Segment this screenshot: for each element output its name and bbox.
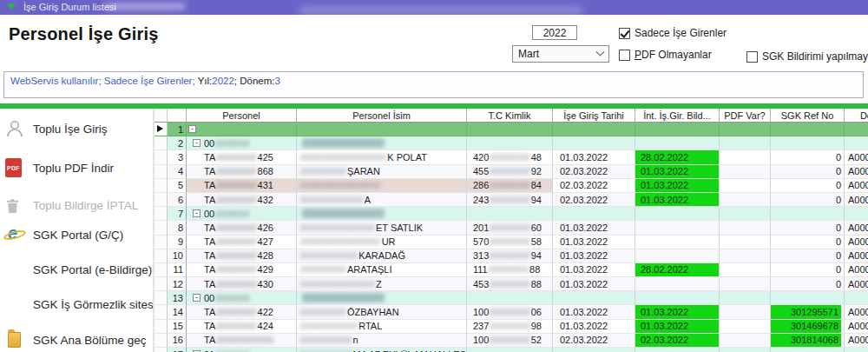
cell-personel[interactable]: TA#######430 xyxy=(187,277,297,291)
cell-pdf-var[interactable] xyxy=(720,179,771,193)
expand-box-icon[interactable]: - xyxy=(193,139,201,147)
cell-ise-giris-tarihi[interactable] xyxy=(553,123,635,136)
cell-personel[interactable]: TA#######432 xyxy=(187,193,297,207)
cell-dep[interactable]: A000 xyxy=(845,236,868,249)
cell-ise-giris-tarihi[interactable]: 01.03.2022 xyxy=(553,236,635,249)
cell-sgk-ref-no[interactable]: 0 xyxy=(771,221,845,235)
row-number[interactable]: 11 xyxy=(168,263,187,277)
cell-dep[interactable]: A000 xyxy=(845,179,868,193)
cell-personel-isim[interactable]: ########ÖZBAYHAN xyxy=(297,305,467,319)
cell-int-is-gir-bildirge[interactable] xyxy=(635,221,720,235)
cell-ise-giris-tarihi[interactable]: 01.03.2022 xyxy=(553,305,635,319)
cell-tc-kimlik[interactable]: 201#######60 xyxy=(467,221,553,235)
cell-tc-kimlik[interactable]: 420#######48 xyxy=(467,150,553,164)
cell-ise-giris-tarihi[interactable]: 02.03.2022 xyxy=(553,193,635,207)
cell-ise-giris-tarihi[interactable]: 01.03.2022 xyxy=(553,277,635,291)
cell-personel-isim[interactable]: ##########KARADAĞ xyxy=(297,249,467,263)
cell-pdf-var[interactable] xyxy=(720,277,771,291)
cell-int-is-gir-bildirge[interactable] xyxy=(635,291,720,305)
row-number[interactable]: 14 xyxy=(168,305,187,319)
row-number[interactable]: 6 xyxy=(168,193,187,207)
checkbox-icon[interactable] xyxy=(619,50,630,61)
sidebar-item-sgk-ana-bolume-gec[interactable]: SGK Ana Bölüme geç xyxy=(5,328,147,352)
cell-pdf-var[interactable] xyxy=(720,320,771,334)
checkbox-sgk-bildirimi[interactable]: SGK Bildirimi yapılmayanl xyxy=(746,50,868,63)
cell-ise-giris-tarihi[interactable] xyxy=(553,136,635,150)
cell-personel[interactable]: TA#######429 xyxy=(187,263,297,277)
cell-int-is-gir-bildirge[interactable]: 01.03.2022 xyxy=(635,179,720,193)
cell-ise-giris-tarihi[interactable]: 01.03.2022 xyxy=(553,263,635,277)
sidebar-item-sgk-portal-gc[interactable]: eSGK Portal (G/Ç) xyxy=(5,222,123,247)
cell-personel[interactable]: -00###### xyxy=(187,207,297,221)
grid-row-8[interactable]: 8TA#######426#############ET SATLIK201##… xyxy=(155,221,868,235)
row-number[interactable]: 16 xyxy=(168,334,187,348)
cell-sgk-ref-no[interactable]: 0 xyxy=(771,150,845,164)
cell-tc-kimlik[interactable]: 453#######88 xyxy=(467,277,553,291)
cell-tc-kimlik[interactable]: 286#######84 xyxy=(467,179,553,193)
header-isim[interactable]: Personel İsim xyxy=(297,109,467,123)
row-number[interactable]: 5 xyxy=(168,179,187,193)
cell-pdf-var[interactable] xyxy=(720,263,771,277)
cell-pdf-var[interactable] xyxy=(720,123,771,136)
cell-pdf-var[interactable] xyxy=(720,236,771,249)
row-number[interactable]: 1 xyxy=(168,123,187,136)
row-number[interactable]: 17 xyxy=(168,348,187,352)
cell-int-is-gir-bildirge[interactable]: 01.03.2022 xyxy=(635,305,720,319)
row-number[interactable]: 4 xyxy=(168,165,187,179)
cell-personel-isim[interactable]: #########n xyxy=(297,334,467,348)
grid-row-13[interactable]: 13-00###### xyxy=(155,291,868,305)
cell-int-is-gir-bildirge[interactable]: 01.03.2022 xyxy=(635,193,720,207)
cell-dep[interactable]: A000 xyxy=(845,334,868,348)
cell-pdf-var[interactable] xyxy=(720,348,771,352)
cell-dep[interactable] xyxy=(845,291,868,305)
cell-ise-giris-tarihi[interactable]: 02.03.2022 xyxy=(553,179,635,193)
cell-tc-kimlik[interactable]: 243#######94 xyxy=(467,193,553,207)
cell-sgk-ref-no[interactable] xyxy=(771,207,845,221)
cell-pdf-var[interactable] xyxy=(720,249,771,263)
cell-dep[interactable]: A000 xyxy=(845,165,868,179)
cell-personel[interactable]: -00###### xyxy=(187,136,297,150)
grid-row-1[interactable]: 1- xyxy=(155,123,868,136)
row-number[interactable]: 9 xyxy=(168,236,187,249)
checkbox-pdf-olmayanlar[interactable]: PDF Olmayanlar xyxy=(619,49,712,61)
cell-pdf-var[interactable] xyxy=(720,207,771,221)
cell-int-is-gir-bildirge[interactable] xyxy=(635,123,720,136)
cell-dep[interactable]: A000 xyxy=(845,277,868,291)
cell-ise-giris-tarihi[interactable]: 01.03.2022 xyxy=(553,249,635,263)
cell-personel-isim[interactable]: ###########A xyxy=(297,193,467,207)
cell-dep[interactable] xyxy=(845,136,868,150)
row-number[interactable]: 3 xyxy=(168,150,187,164)
cell-dep[interactable]: A000 xyxy=(845,193,868,207)
cell-sgk-ref-no[interactable]: 0 xyxy=(771,179,845,193)
cell-personel-isim[interactable] xyxy=(297,291,467,305)
cell-pdf-var[interactable] xyxy=(720,291,771,305)
cell-pdf-var[interactable] xyxy=(720,165,771,179)
cell-ise-giris-tarihi[interactable]: 01.03.2022 xyxy=(553,150,635,164)
cell-dep[interactable]: A000 xyxy=(845,221,868,235)
grid-row-9[interactable]: 9TA#######427##############UR570#######5… xyxy=(155,236,868,249)
cell-int-is-gir-bildirge[interactable]: 01.03.2022 xyxy=(635,320,720,334)
cell-pdf-var[interactable] xyxy=(720,136,771,150)
cell-tc-kimlik[interactable]: 237#######98 xyxy=(467,320,553,334)
cell-personel-isim[interactable]: ###############K POLAT xyxy=(297,150,467,164)
sidebar-item-sgk-portal-ebildirge[interactable]: SGK Portal (e-Bildirge) xyxy=(5,257,152,282)
cell-personel[interactable]: TA#######428 xyxy=(187,249,297,263)
cell-personel-isim[interactable]: ########ŞARAN xyxy=(297,165,467,179)
grid-row-16[interactable]: 16TA###################n100#######5202.0… xyxy=(155,334,868,348)
cell-tc-kimlik[interactable]: 100#######06 xyxy=(467,305,553,319)
cell-tc-kimlik[interactable] xyxy=(467,123,553,136)
cell-int-is-gir-bildirge[interactable]: 28.02.2022 xyxy=(635,150,720,164)
cell-personel[interactable]: -01###### xyxy=(187,348,297,352)
row-number[interactable]: 10 xyxy=(168,249,187,263)
cell-tc-kimlik[interactable] xyxy=(467,291,553,305)
checkbox-sadece-ise-girenler[interactable]: Sadece İşe Girenler xyxy=(619,27,727,39)
checkbox-icon[interactable] xyxy=(746,51,758,63)
cell-personel-isim[interactable]: ########ARATAŞLI xyxy=(297,263,467,277)
cell-pdf-var[interactable] xyxy=(720,193,771,207)
cell-ise-giris-tarihi[interactable] xyxy=(553,348,635,352)
grid-row-15[interactable]: 15TA#######424##########RTAL237#######98… xyxy=(155,320,868,334)
header-int[interactable]: İnt. İş.Gir. Bild... xyxy=(635,109,720,123)
grid-row-6[interactable]: 6TA#######432###########A243#######9402.… xyxy=(155,193,868,207)
cell-dep[interactable]: A000 xyxy=(845,263,868,277)
grid-row-4[interactable]: 4TA#######868########ŞARAN455#######9202… xyxy=(155,165,868,179)
